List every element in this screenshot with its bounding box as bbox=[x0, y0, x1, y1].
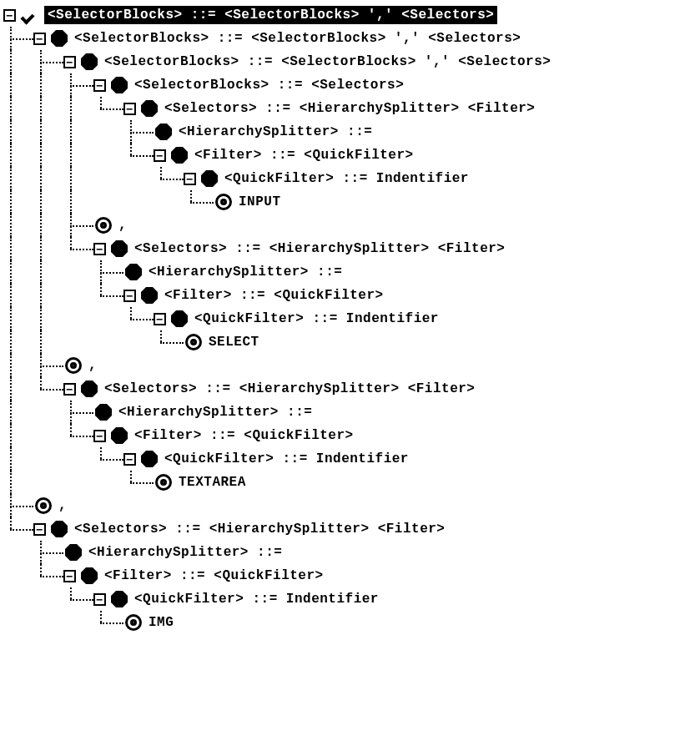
tree-guide bbox=[3, 354, 33, 377]
tree-guide bbox=[184, 190, 214, 214]
tree-row[interactable]: <QuickFilter> ::= Indentifier bbox=[3, 587, 700, 611]
collapse-button[interactable] bbox=[93, 243, 106, 255]
tree-row[interactable]: INPUT bbox=[3, 190, 700, 214]
tree-row[interactable]: <Selectors> ::= <HierarchySplitter> <Fil… bbox=[3, 97, 700, 120]
collapse-button[interactable] bbox=[123, 453, 136, 466]
tree-guide bbox=[3, 144, 33, 167]
rule-icon bbox=[141, 100, 158, 117]
tree-row[interactable]: <Selectors> ::= <HierarchySplitter> <Fil… bbox=[3, 517, 700, 541]
tree-guide bbox=[33, 330, 63, 354]
tree-row[interactable]: <Filter> ::= <QuickFilter> bbox=[3, 144, 700, 167]
node-label: <SelectorBlocks> ::= <SelectorBlocks> ',… bbox=[103, 53, 552, 71]
tree-row[interactable]: <Filter> ::= <QuickFilter> bbox=[3, 284, 700, 307]
tree-row[interactable]: <QuickFilter> ::= Indentifier bbox=[3, 447, 700, 471]
tree-guide bbox=[3, 120, 33, 144]
tree-guide bbox=[63, 611, 93, 634]
tree-guide bbox=[3, 447, 33, 471]
tree-guide bbox=[33, 471, 63, 494]
tree-row[interactable]: <SelectorBlocks> ::= <SelectorBlocks> ',… bbox=[3, 3, 700, 27]
tree-guide bbox=[3, 260, 33, 284]
tree-row[interactable]: <Filter> ::= <QuickFilter> bbox=[3, 564, 700, 587]
tree-row[interactable]: <HierarchySplitter> ::= bbox=[3, 120, 700, 144]
node-label: <SelectorBlocks> ::= <SelectorBlocks> ',… bbox=[44, 6, 497, 24]
rule-icon bbox=[125, 264, 142, 280]
tree-guide bbox=[3, 587, 33, 611]
tree-row[interactable]: <Selectors> ::= <HierarchySplitter> <Fil… bbox=[3, 377, 700, 401]
tree-row[interactable]: <Filter> ::= <QuickFilter> bbox=[3, 424, 700, 447]
collapse-button[interactable] bbox=[93, 79, 106, 92]
tree-guide bbox=[3, 307, 33, 330]
collapse-button[interactable] bbox=[63, 56, 76, 68]
collapse-button[interactable] bbox=[93, 430, 106, 442]
rule-icon bbox=[95, 404, 112, 421]
collapse-button[interactable] bbox=[154, 313, 166, 325]
node-label: <QuickFilter> ::= Indentifier bbox=[223, 169, 471, 188]
node-label: <Filter> ::= <QuickFilter> bbox=[163, 286, 385, 305]
tree-guide bbox=[3, 27, 33, 50]
tree-guide bbox=[93, 120, 123, 144]
collapse-button[interactable] bbox=[154, 149, 166, 162]
tree-guide bbox=[93, 611, 123, 634]
tree-row[interactable]: <QuickFilter> ::= Indentifier bbox=[3, 307, 700, 330]
collapse-button[interactable] bbox=[63, 570, 76, 582]
tree-guide bbox=[93, 447, 123, 471]
tree-row[interactable]: <Selectors> ::= <HierarchySplitter> <Fil… bbox=[3, 237, 700, 260]
tree-row[interactable]: , bbox=[3, 494, 700, 517]
collapse-button[interactable] bbox=[123, 103, 136, 115]
rule-icon bbox=[201, 170, 218, 187]
node-label: <Filter> ::= <QuickFilter> bbox=[193, 146, 415, 164]
tree-guide bbox=[33, 260, 63, 284]
tree-row[interactable]: <HierarchySplitter> ::= bbox=[3, 401, 700, 424]
tree-row[interactable]: <HierarchySplitter> ::= bbox=[3, 260, 700, 284]
node-label: <Selectors> ::= <HierarchySplitter> <Fil… bbox=[73, 520, 446, 538]
collapse-button[interactable] bbox=[63, 383, 76, 396]
tree-row[interactable]: TEXTAREA bbox=[3, 471, 700, 494]
collapse-button[interactable] bbox=[184, 173, 196, 185]
collapse-button[interactable] bbox=[93, 593, 106, 606]
tree-guide bbox=[33, 97, 63, 120]
tree-row[interactable]: , bbox=[3, 214, 700, 237]
tree-row[interactable]: SELECT bbox=[3, 330, 700, 354]
tree-row[interactable]: <QuickFilter> ::= Indentifier bbox=[3, 167, 700, 190]
rule-icon bbox=[111, 77, 128, 93]
tree-row[interactable]: IMG bbox=[3, 611, 700, 634]
node-label: <Selectors> ::= <HierarchySplitter> <Fil… bbox=[133, 239, 506, 258]
tree-row[interactable]: <HierarchySplitter> ::= bbox=[3, 541, 700, 564]
tree-row[interactable]: , bbox=[3, 354, 700, 377]
node-label: <QuickFilter> ::= Indentifier bbox=[133, 590, 380, 608]
collapse-button[interactable] bbox=[33, 523, 46, 536]
tree-guide bbox=[3, 401, 33, 424]
tree-guide bbox=[93, 260, 123, 284]
tree-guide bbox=[123, 190, 154, 214]
collapse-button[interactable] bbox=[123, 290, 136, 302]
tree-guide bbox=[63, 260, 93, 284]
tree-row[interactable]: <SelectorBlocks> ::= <SelectorBlocks> ',… bbox=[3, 27, 700, 50]
tree-guide bbox=[33, 73, 63, 97]
rule-icon bbox=[171, 310, 188, 327]
node-label: <Selectors> ::= <HierarchySplitter> <Fil… bbox=[163, 99, 536, 118]
collapse-button[interactable] bbox=[33, 33, 46, 45]
node-label: , bbox=[87, 356, 98, 375]
rule-icon bbox=[65, 544, 82, 561]
tree-guide bbox=[63, 190, 93, 214]
rule-icon bbox=[171, 147, 188, 164]
rule-icon bbox=[111, 427, 128, 444]
node-label: IMG bbox=[147, 613, 175, 632]
tree-guide bbox=[63, 424, 93, 447]
terminal-icon bbox=[185, 334, 202, 350]
terminal-icon bbox=[215, 194, 232, 210]
tree-guide bbox=[33, 237, 63, 260]
tree-guide bbox=[93, 97, 123, 120]
collapse-button[interactable] bbox=[3, 9, 16, 22]
rule-icon bbox=[51, 30, 68, 47]
rule-icon bbox=[81, 53, 98, 70]
tree-row[interactable]: <SelectorBlocks> ::= <Selectors> bbox=[3, 73, 700, 97]
tree-guide bbox=[33, 120, 63, 144]
tree-guide bbox=[63, 73, 93, 97]
tree-guide bbox=[33, 541, 63, 564]
node-label: INPUT bbox=[237, 193, 283, 211]
tree-guide bbox=[93, 307, 123, 330]
tree-guide bbox=[33, 564, 63, 587]
tree-row[interactable]: <SelectorBlocks> ::= <SelectorBlocks> ',… bbox=[3, 50, 700, 73]
node-label: <HierarchySplitter> ::= bbox=[177, 123, 374, 141]
